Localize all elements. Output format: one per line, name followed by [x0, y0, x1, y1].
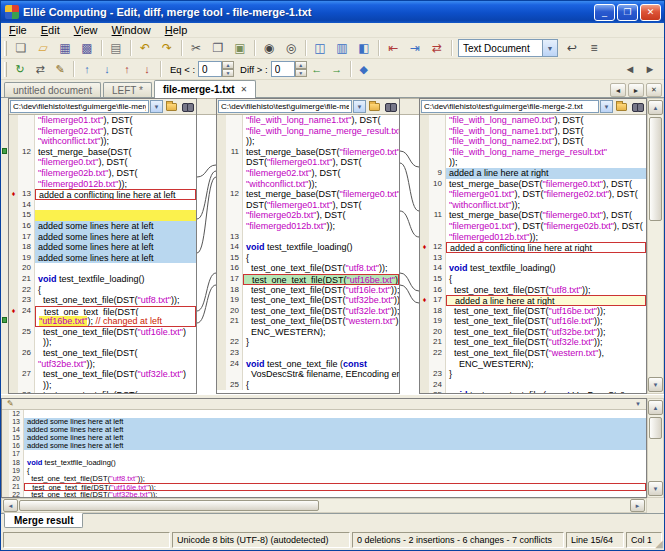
code-row[interactable]: 20 test_one_text_file(DST("utf32be.txt")…: [420, 327, 646, 338]
document-type-combo[interactable]: Text Document ▼: [458, 39, 558, 57]
copy-change-to-right-icon[interactable]: ⇥: [404, 39, 426, 58]
horizontal-scrollbar-thumb[interactable]: [19, 500, 319, 511]
code-row[interactable]: 18added some lines here at left: [9, 242, 196, 253]
code-row[interactable]: "filemerge01.txt"), DST("filemerge02b.tx…: [420, 221, 646, 232]
diff-spin-up-icon[interactable]: ▲: [295, 61, 307, 69]
print-icon[interactable]: ▤: [105, 39, 127, 58]
previous-difference-icon[interactable]: ↑: [77, 60, 97, 79]
file-path-input-middle[interactable]: [218, 100, 352, 113]
code-row[interactable]: "file_with_long_name_merge_result.txt": [420, 147, 646, 158]
code-row[interactable]: "file_with_long_name1.txt"), DST(: [420, 126, 646, 137]
code-row[interactable]: "filemerge01.txt"), DST("filemerge02.txt…: [420, 189, 646, 200]
code-row[interactable]: 18 test_one_text_file(DST("utf16le.txt")…: [217, 285, 399, 296]
find-next-icon[interactable]: ◎: [280, 39, 302, 58]
close-document-icon[interactable]: ✕: [646, 83, 662, 97]
toolbar-grip[interactable]: [4, 41, 7, 56]
code-row[interactable]: 13: [217, 232, 399, 243]
merge-result-code-area[interactable]: 1213added some lines here at left14added…: [2, 410, 646, 497]
scrollbar-thumb[interactable]: [649, 117, 662, 221]
code-row[interactable]: 15: [9, 210, 196, 221]
code-row[interactable]: ♦13added a conflicting line here at left: [9, 189, 196, 200]
code-row[interactable]: 24: [420, 380, 646, 391]
code-row[interactable]: 11test_merge_base(DST("filemerge0.txt"),: [217, 147, 399, 158]
cut-icon[interactable]: ✂: [185, 39, 207, 58]
tab-file-merge-1-txt[interactable]: file-merge-1.txt✕: [154, 80, 256, 98]
code-row[interactable]: 11test_merge_base(DST("filemerge0.txt"),…: [420, 210, 646, 221]
code-row[interactable]: 23: [217, 348, 399, 359]
code-row[interactable]: 26 test_one_text_file(DST(: [9, 348, 196, 359]
save-icon[interactable]: ▦: [54, 39, 76, 58]
code-row[interactable]: 22}: [217, 337, 399, 348]
view-options-icon[interactable]: ≡: [583, 39, 605, 58]
merge-scrollbar-thumb[interactable]: [649, 417, 662, 439]
code-row[interactable]: ));: [9, 337, 196, 348]
code-row[interactable]: 19 test_one_text_file(DST("utf32be.txt")…: [217, 295, 399, 306]
next-file-icon[interactable]: ►: [640, 60, 660, 79]
browse-folder-icon[interactable]: [614, 100, 629, 113]
scroll-left-icon[interactable]: ◄: [3, 499, 18, 512]
merge-view-icon[interactable]: ◧: [353, 39, 375, 58]
code-row[interactable]: "file_with_long_name_merge_result.txt": [217, 126, 399, 137]
scroll-down-icon[interactable]: ▼: [648, 377, 663, 392]
copy-change-to-left-icon[interactable]: ⇤: [382, 39, 404, 58]
merge-arrows-icon[interactable]: ⇄: [426, 39, 448, 58]
code-row[interactable]: "filemerge02.txt"), DST(: [217, 168, 399, 179]
code-row[interactable]: 17 test_one_text_file(DST("utf16be.txt")…: [217, 274, 399, 285]
file-path-input-left[interactable]: [10, 100, 149, 113]
code-row[interactable]: 20 test_one_text_file(DST("utf32le.txt")…: [217, 306, 399, 317]
code-row[interactable]: "filemerged012b.txt"));: [420, 232, 646, 243]
edit-mode-icon[interactable]: ✎: [50, 60, 70, 79]
menu-edit[interactable]: Edit: [34, 23, 67, 37]
file-path-input-right[interactable]: [421, 100, 599, 113]
code-row[interactable]: "file_with_long_name1.txt"), DST(: [217, 115, 399, 126]
browse-folder-icon[interactable]: [164, 100, 179, 113]
code-row[interactable]: 10test_merge_base(DST("filemerge0.txt"),…: [420, 179, 646, 190]
code-row[interactable]: 21void test_textfile_loading(): [9, 274, 196, 285]
code-row[interactable]: "file_with_long_name0.txt"), DST(: [420, 115, 646, 126]
menu-window[interactable]: Window: [105, 23, 158, 37]
menu-view[interactable]: View: [67, 23, 105, 37]
binoculars-icon[interactable]: [180, 100, 195, 113]
resize-grip[interactable]: ◢: [655, 539, 663, 549]
vertical-scrollbar[interactable]: ▲ ▼: [647, 98, 664, 394]
code-row[interactable]: ));: [217, 136, 399, 147]
merge-scroll-up-icon[interactable]: ▲: [648, 400, 663, 415]
code-row[interactable]: ENC_WESTERN);: [217, 327, 399, 338]
minimize-button[interactable]: _: [594, 4, 615, 21]
scroll-tabs-left-icon[interactable]: ◄: [610, 83, 626, 97]
code-row[interactable]: 15{: [420, 274, 646, 285]
code-row[interactable]: "filemerge02b.txt"), DST(: [217, 210, 399, 221]
diff-threshold-input[interactable]: [271, 61, 295, 77]
two-way-view-icon[interactable]: ◫: [309, 39, 331, 58]
code-row[interactable]: 16added some lines here at left: [9, 221, 196, 232]
code-row[interactable]: 14added some lines here at left: [2, 426, 646, 434]
code-row[interactable]: VosDescStr& filename, EEncoding enc): [217, 369, 399, 380]
three-way-view-icon[interactable]: ▥: [331, 39, 353, 58]
previous-file-icon[interactable]: ◄: [620, 60, 640, 79]
code-row[interactable]: 14void test_textfile_loading(): [420, 263, 646, 274]
code-row[interactable]: "filemerged012b.txt"));: [9, 179, 196, 190]
code-row[interactable]: ENC_WESTERN);: [420, 359, 646, 370]
code-row[interactable]: 21 test_one_text_file(DST("utf32le.txt")…: [420, 337, 646, 348]
diff-spin-down-icon[interactable]: ▼: [295, 69, 307, 77]
code-row[interactable]: 19{: [2, 467, 646, 475]
code-row[interactable]: 25void test_one_text_file (const VosDesc…: [420, 390, 646, 393]
apply-change-right-icon[interactable]: →: [327, 60, 347, 79]
next-conflict-icon[interactable]: ↓: [137, 60, 157, 79]
undo-icon[interactable]: ↶: [134, 39, 156, 58]
code-row[interactable]: 24void test_one_text_file (const: [217, 359, 399, 370]
code-row[interactable]: 21 test_one_text_file(DST("utf16le.txt")…: [2, 483, 646, 491]
code-row[interactable]: "withconflict.txt"));: [217, 179, 399, 190]
scroll-right-icon[interactable]: ►: [630, 499, 645, 512]
code-area-right[interactable]: "file_with_long_name0.txt"), DST("file_w…: [420, 115, 646, 393]
eq-spin-down-icon[interactable]: ▼: [222, 69, 234, 77]
scroll-tabs-right-icon[interactable]: ►: [628, 83, 644, 97]
path-dropdown-icon[interactable]: ▼: [150, 100, 163, 113]
code-row[interactable]: "filemerge02.txt"), DST(: [9, 126, 196, 137]
find-icon[interactable]: ◉: [258, 39, 280, 58]
code-area-middle[interactable]: "file_with_long_name1.txt"), DST("file_w…: [217, 115, 399, 393]
tab-merge-result[interactable]: Merge result: [4, 513, 83, 528]
open-file-icon[interactable]: ▱: [32, 39, 54, 58]
tab-left-[interactable]: LEFT *: [103, 82, 152, 97]
save-all-icon[interactable]: ▩: [76, 39, 98, 58]
